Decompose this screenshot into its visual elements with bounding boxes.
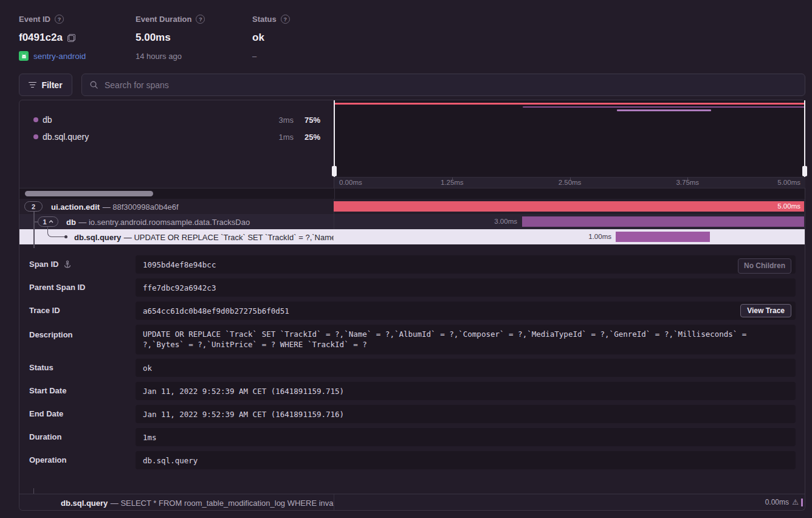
span-row-db-sql-query-select[interactable]: db.sql.query — SELECT * FROM room_table_…: [19, 494, 805, 510]
span-bar[interactable]: 5.00ms: [334, 201, 804, 212]
event-id-block: Event ID ? f0491c2a sentry-android: [19, 15, 86, 61]
field-value-trace-id: a654cc61dc0b48ef9d0b27275b6f0d51 View Tr…: [136, 302, 796, 320]
span-bar-tick: [801, 499, 803, 506]
op-percentage: 75%: [297, 116, 320, 125]
search-input[interactable]: [105, 80, 797, 90]
tree-connector-elbow: [47, 227, 64, 237]
ops-breakdown-row[interactable]: db.sql.query 1ms 25%: [19, 128, 334, 145]
axis-tick-label: 5.00ms: [777, 179, 800, 186]
op-color-dot: [33, 134, 38, 139]
event-duration-block: Event Duration ? 5.00ms 14 hours ago: [136, 15, 205, 61]
panel-divider: [334, 188, 335, 199]
axis-tick-label: 2.50ms: [559, 179, 582, 186]
field-label-status: Status: [29, 363, 53, 372]
view-trace-button[interactable]: View Trace: [740, 304, 791, 317]
field-value-description: UPDATE OR REPLACE `Track` SET `TrackId` …: [136, 325, 796, 354]
span-search-box: [81, 74, 805, 96]
span-duration: 0.00ms: [765, 494, 789, 511]
field-label-duration: Duration: [29, 432, 61, 441]
op-percentage: 25%: [297, 133, 320, 142]
field-label-operation: Operation: [29, 455, 66, 464]
field-value-start-date: Jan 11, 2022 9:52:39 AM CET (1641891159.…: [136, 382, 796, 400]
filter-icon: [29, 82, 36, 88]
span-tree-panel: 2 ui.action.edit — 88f300998a0b4e6f 5.00…: [19, 199, 805, 511]
field-value-duration: 1ms: [136, 428, 796, 446]
help-icon[interactable]: ?: [55, 15, 64, 24]
tree-connector-dot: [64, 235, 67, 238]
field-label-description: Description: [29, 330, 73, 339]
time-axis: 0.00ms 1.25ms 2.50ms 3.75ms 5.00ms: [334, 177, 805, 188]
span-description: 88f300998a0b4e6f: [112, 202, 178, 212]
op-name: db: [43, 115, 52, 125]
children-toggle-badge[interactable]: 1: [38, 216, 58, 227]
minimap-span-line-db: [523, 106, 805, 108]
field-value-parent-span-id: ffe7dbc92a6942c3: [136, 278, 796, 297]
span-description: SELECT * FROM room_table_modification_lo…: [120, 499, 334, 508]
event-duration-value: 5.00ms: [136, 32, 171, 44]
span-op: db: [66, 218, 76, 227]
android-platform-icon: [19, 51, 29, 61]
tree-horizontal-scrollbar-thumb[interactable]: [25, 191, 153, 196]
op-duration: 1ms: [257, 133, 294, 142]
span-op: db.sql.query: [74, 233, 121, 242]
axis-tick-label: 3.75ms: [676, 179, 699, 186]
trace-minimap[interactable]: [334, 100, 805, 177]
span-duration: 1.00ms: [567, 229, 611, 244]
panel-divider: [334, 494, 334, 510]
minimap-left-handle[interactable]: [334, 100, 335, 177]
event-time-ago: 14 hours ago: [136, 52, 205, 61]
status-label-text: Status: [252, 15, 277, 24]
op-name: db.sql.query: [43, 132, 89, 142]
filter-button[interactable]: Filter: [19, 74, 72, 96]
filter-button-label: Filter: [41, 80, 62, 90]
status-value: ok: [252, 32, 264, 44]
span-bar[interactable]: [522, 216, 804, 227]
ops-breakdown-row[interactable]: db 3ms 75%: [19, 111, 334, 128]
span-description: io.sentry.android.roomsample.data.Tracks…: [89, 218, 250, 227]
no-children-badge: No Children: [738, 258, 791, 274]
tree-connector-line: [33, 212, 35, 248]
span-description: UPDATE OR REPLACE `Track` SET `TrackId` …: [134, 233, 334, 242]
axis-tick-label: 1.25ms: [441, 179, 464, 186]
minimap-span-line-ui-action-edit: [334, 103, 805, 105]
span-op: db.sql.query: [61, 499, 108, 508]
chevron-up-icon: [49, 220, 53, 223]
minimap-span-line-db-sql-query: [617, 109, 711, 111]
field-value-operation: db.sql.query: [136, 451, 796, 469]
status-http-code: –: [252, 52, 290, 61]
help-icon[interactable]: ?: [281, 15, 290, 24]
panel-divider: [334, 214, 334, 229]
span-bar[interactable]: [616, 232, 710, 242]
field-value-end-date: Jan 11, 2022 9:52:39 AM CET (1641891159.…: [136, 405, 796, 423]
status-label: Status ?: [252, 15, 290, 24]
field-label-trace-id: Trace ID: [29, 306, 60, 315]
help-icon[interactable]: ?: [196, 15, 205, 24]
field-value-status: ok: [136, 359, 796, 377]
span-row-ui-action-edit[interactable]: 2 ui.action.edit — 88f300998a0b4e6f 5.00…: [19, 199, 805, 214]
event-id-value: f0491c2a: [19, 32, 63, 44]
span-op: ui.action.edit: [51, 202, 100, 212]
warning-icon: ⚠: [792, 494, 799, 511]
event-id-label: Event ID ?: [19, 15, 86, 24]
children-toggle-badge[interactable]: 2: [24, 201, 43, 212]
copy-icon[interactable]: [67, 34, 75, 42]
span-row-db[interactable]: db — io.sentry.android.roomsample.data.T…: [19, 214, 805, 229]
field-value-span-id: 1095bd4ef8e94bcc No Children: [136, 255, 796, 274]
event-duration-label-text: Event Duration: [136, 15, 191, 24]
span-duration: 5.00ms: [777, 201, 800, 212]
anchor-icon[interactable]: [63, 260, 72, 269]
ops-breakdown: db 3ms 75% db.sql.query 1ms 25%: [19, 100, 334, 188]
event-id-label-text: Event ID: [19, 15, 50, 24]
field-label-start-date: Start Date: [29, 386, 66, 395]
field-label-end-date: End Date: [29, 409, 63, 418]
field-label-parent-span-id: Parent Span ID: [29, 283, 85, 292]
status-block: Status ? ok –: [252, 15, 290, 61]
span-duration: 3.00ms: [473, 214, 517, 229]
tree-horizontal-scrollbar-track[interactable]: [19, 188, 805, 199]
span-detail-page: Event ID ? f0491c2a sentry-android Event…: [0, 0, 812, 518]
project-link[interactable]: sentry-android: [33, 52, 86, 61]
minimap-right-handle[interactable]: [804, 100, 805, 177]
span-row-db-sql-query-selected[interactable]: db.sql.query — UPDATE OR REPLACE `Track`…: [19, 229, 805, 244]
timeline-panel: db 3ms 75% db.sql.query 1ms 25% 0.00ms 1: [19, 100, 805, 199]
op-color-dot: [33, 117, 38, 122]
